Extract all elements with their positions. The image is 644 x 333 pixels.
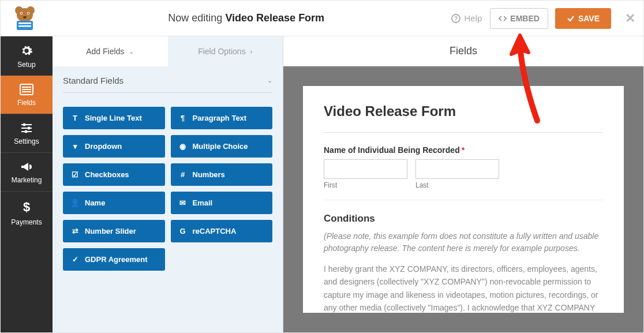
embed-label: EMBED	[510, 14, 540, 23]
email-icon: ✉	[179, 199, 187, 207]
tab-field-options[interactable]: Field Options ›	[168, 36, 283, 66]
fields-icon	[20, 84, 33, 95]
field-label: Paragraph Text	[193, 114, 247, 122]
field-label: reCAPTCHA	[193, 227, 237, 235]
main-sidebar: Setup Fields Settings Marketing $ Paymen…	[1, 36, 53, 332]
check-icon	[567, 14, 575, 23]
conditions-note: (Please note, this example form does not…	[324, 230, 603, 255]
label-text: Name of Individual Being Recorded	[324, 145, 460, 155]
sidebar-item-fields[interactable]: Fields	[1, 76, 53, 114]
form-name: Video Release Form	[225, 12, 324, 24]
sidebar-item-marketing[interactable]: Marketing	[1, 152, 53, 191]
hash-icon: #	[179, 170, 187, 179]
gear-icon	[20, 44, 33, 57]
sidebar-label: Settings	[3, 137, 50, 145]
preview-canvas: Video Release Form Name of Individual Be…	[283, 66, 643, 332]
close-icon: ✕	[625, 11, 635, 25]
field-multiple-choice[interactable]: ◉Multiple Choice	[171, 135, 273, 158]
field-label: Dropdown	[85, 142, 122, 151]
paragraph-icon: ¶	[179, 114, 187, 122]
required-mark: *	[462, 145, 465, 155]
field-label: Email	[193, 199, 213, 207]
sidebar-item-setup[interactable]: Setup	[1, 36, 53, 76]
panel-tabs: Add Fields ⌄ Field Options ›	[53, 36, 283, 66]
editing-prefix: Now editing	[168, 12, 225, 24]
field-grid: TSingle Line Text ¶Paragraph Text ▾Dropd…	[53, 98, 283, 280]
field-email[interactable]: ✉Email	[171, 192, 273, 214]
tab-label: Field Options	[198, 47, 245, 56]
svg-point-6	[28, 12, 29, 13]
checkbox-icon: ☑	[71, 170, 79, 179]
form-title: Video Release Form	[324, 103, 603, 133]
help-button[interactable]: ? Help	[451, 13, 482, 23]
last-name-input[interactable]	[415, 159, 499, 179]
chevron-right-icon: ›	[250, 48, 253, 55]
sidebar-label: Marketing	[3, 176, 50, 184]
field-label: Multiple Choice	[193, 142, 248, 151]
field-paragraph-text[interactable]: ¶Paragraph Text	[171, 107, 273, 129]
check-icon: ✓	[71, 255, 79, 264]
text-icon: T	[71, 114, 79, 122]
embed-button[interactable]: EMBED	[490, 8, 548, 29]
fields-panel: Add Fields ⌄ Field Options › Standard Fi…	[53, 36, 283, 332]
field-label: Checkboxes	[85, 170, 129, 179]
field-checkboxes[interactable]: ☑Checkboxes	[63, 163, 165, 186]
field-recaptcha[interactable]: GreCAPTCHA	[171, 220, 273, 242]
sliders-icon	[20, 122, 33, 134]
wpforms-logo	[9, 5, 41, 32]
google-icon: G	[179, 227, 187, 235]
save-button[interactable]: SAVE	[555, 8, 611, 29]
section-title: Standard Fields	[63, 76, 123, 85]
svg-point-18	[23, 124, 26, 126]
preview-header-label: Fields	[450, 45, 477, 57]
code-icon	[499, 14, 507, 23]
field-label: Single Line Text	[85, 114, 142, 122]
last-sublabel: Last	[415, 181, 499, 189]
tab-add-fields[interactable]: Add Fields ⌄	[53, 36, 168, 66]
chevron-down-icon: ⌄	[129, 48, 134, 55]
help-label: Help	[464, 13, 482, 23]
slider-icon: ⇄	[71, 227, 79, 235]
editing-title: Now editing Video Release Form	[41, 12, 451, 24]
preview-area: Fields Video Release Form Name of Indivi…	[283, 36, 643, 332]
sidebar-item-settings[interactable]: Settings	[1, 114, 53, 152]
radio-icon: ◉	[179, 142, 187, 151]
field-label: Name of Individual Being Recorded*	[324, 145, 603, 155]
svg-point-20	[28, 127, 31, 130]
sidebar-label: Fields	[3, 99, 50, 107]
section-standard-fields[interactable]: Standard Fields ⌄	[63, 76, 272, 93]
help-icon: ?	[451, 14, 460, 23]
close-button[interactable]: ✕	[611, 11, 635, 26]
field-label: Number Slider	[85, 227, 136, 235]
field-label: GDPR Agreement	[85, 255, 148, 264]
svg-point-2	[17, 8, 33, 22]
field-number-slider[interactable]: ⇄Number Slider	[63, 220, 165, 242]
first-name-input[interactable]	[324, 159, 407, 179]
svg-point-4	[21, 12, 22, 13]
svg-text:?: ?	[454, 16, 458, 22]
name-field-block[interactable]: Name of Individual Being Recorded* First…	[324, 133, 603, 200]
svg-rect-10	[18, 25, 31, 27]
svg-point-22	[25, 130, 28, 133]
field-numbers[interactable]: #Numbers	[171, 163, 273, 186]
field-label: Numbers	[193, 170, 225, 179]
chevron-down-icon: ⌄	[267, 77, 272, 84]
sidebar-label: Setup	[3, 61, 50, 69]
dropdown-icon: ▾	[71, 142, 79, 151]
form-preview[interactable]: Video Release Form Name of Individual Be…	[303, 86, 624, 313]
sidebar-item-payments[interactable]: $ Payments	[1, 191, 53, 233]
user-icon: 👤	[71, 199, 79, 207]
field-name[interactable]: 👤Name	[63, 192, 165, 214]
field-dropdown[interactable]: ▾Dropdown	[63, 135, 165, 158]
bullhorn-icon	[20, 161, 33, 173]
sidebar-label: Payments	[3, 218, 50, 226]
first-sublabel: First	[324, 181, 407, 189]
top-bar: Now editing Video Release Form ? Help EM…	[1, 1, 643, 36]
dollar-icon: $	[3, 200, 50, 215]
field-single-line-text[interactable]: TSingle Line Text	[63, 107, 165, 129]
preview-header: Fields	[283, 36, 643, 66]
field-gdpr-agreement[interactable]: ✓GDPR Agreement	[63, 248, 165, 271]
conditions-body: I hereby grant the XYZ COMPANY, its dire…	[324, 263, 603, 313]
conditions-heading: Conditions	[324, 213, 603, 225]
svg-rect-9	[18, 23, 31, 24]
